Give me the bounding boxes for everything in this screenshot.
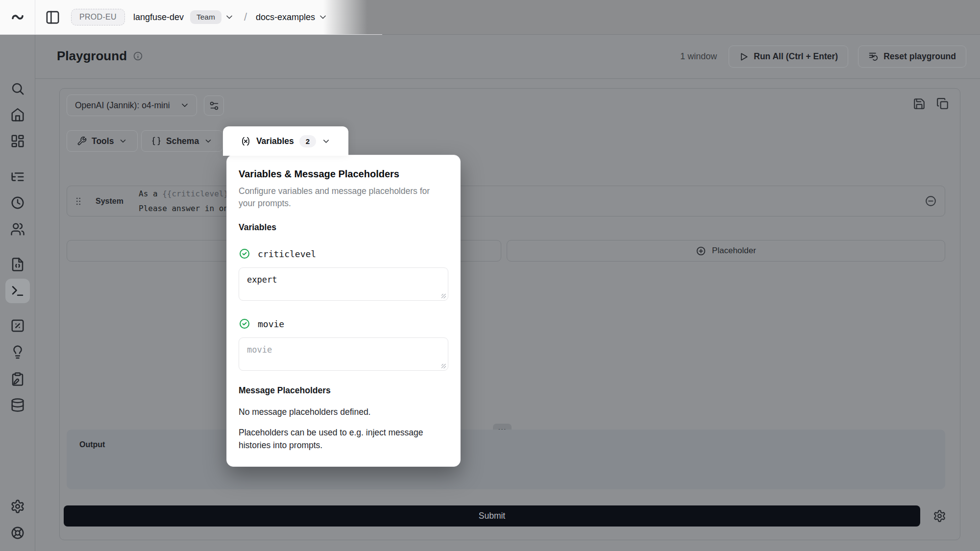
model-label: OpenAI (Jannik): o4-mini: [75, 100, 170, 111]
placeholders-help-text: Placeholders can be used to e.g. inject …: [239, 426, 448, 452]
list-tree-icon[interactable]: [10, 169, 25, 184]
life-buoy-icon[interactable]: [10, 526, 25, 540]
wrench-icon: [77, 136, 87, 146]
schema-label: Schema: [166, 136, 199, 146]
model-select-button[interactable]: OpenAI (Jannik): o4-mini: [67, 95, 197, 116]
reset-playground-button[interactable]: Reset playground: [858, 46, 966, 68]
submit-button[interactable]: Submit: [64, 505, 920, 527]
sidebar-toggle-button[interactable]: [45, 10, 60, 25]
clock-icon[interactable]: [10, 195, 25, 210]
percent-square-icon[interactable]: [10, 318, 25, 333]
breadcrumb: PROD-EU langfuse-dev Team / docs-example…: [0, 0, 382, 35]
variable-row: movie: [239, 318, 448, 330]
org-name[interactable]: langfuse-dev: [133, 12, 184, 23]
chevron-down-icon: [204, 137, 213, 145]
page-title-text: Playground: [57, 48, 127, 64]
variables-label: Variables: [256, 136, 294, 146]
variables-dropdown-button[interactable]: Variables 2: [241, 135, 331, 147]
chevron-down-icon: [119, 137, 127, 145]
placeholders-heading: Message Placeholders: [239, 385, 448, 396]
circle-check-icon: [239, 318, 250, 330]
system-message-row: System As a {{criticlevel}} Please answe…: [67, 186, 945, 216]
popover-description: Configure variables and message placehol…: [239, 185, 448, 210]
chevron-down-icon: [318, 12, 328, 22]
variable-name: criticlevel: [258, 249, 316, 259]
settings-gear-icon[interactable]: [10, 499, 25, 514]
playground-page: PROD-EU langfuse-dev Team / docs-example…: [0, 0, 980, 551]
submit-settings-button[interactable]: [933, 509, 946, 523]
variables-count-badge: 2: [299, 135, 316, 147]
schema-dropdown-button[interactable]: Schema: [141, 130, 223, 152]
database-icon[interactable]: [10, 398, 25, 412]
breadcrumb-separator: /: [244, 11, 247, 24]
variable-row: criticlevel: [239, 248, 448, 260]
variable-name: movie: [258, 319, 284, 329]
variables-popover: Variables & Message Placeholders Configu…: [226, 155, 461, 467]
output-label: Output: [79, 440, 105, 449]
list-restart-icon: [868, 51, 879, 62]
dashboard-grid-icon[interactable]: [10, 134, 25, 148]
window-actions: [913, 97, 949, 110]
play-icon: [739, 52, 749, 62]
save-icon[interactable]: [913, 97, 926, 110]
variable-value-input[interactable]: [239, 337, 448, 371]
submit-row: Submit: [64, 505, 946, 527]
panel-left-icon: [45, 10, 60, 25]
tools-dropdown-button[interactable]: Tools: [67, 130, 138, 152]
gear-icon: [933, 509, 946, 523]
variable-value-input[interactable]: expert: [239, 267, 448, 301]
output-panel: Output: [67, 430, 945, 489]
variables-button-anchor: Variables 2: [223, 126, 348, 156]
variable-input-wrap: [239, 330, 448, 373]
environment-badge[interactable]: PROD-EU: [71, 9, 125, 25]
chevron-down-icon: [180, 100, 190, 110]
placeholder-button-label: Placeholder: [712, 246, 756, 256]
variables-heading: Variables: [239, 222, 448, 233]
info-icon[interactable]: [133, 51, 143, 61]
lightbulb-icon[interactable]: [10, 345, 25, 359]
variable-fx-icon: [241, 136, 251, 146]
topbar: PROD-EU langfuse-dev Team / docs-example…: [0, 0, 980, 35]
sidebar: [0, 35, 35, 551]
system-message-content[interactable]: As a {{criticlevel}} Please answer in on: [139, 187, 233, 216]
system-text-line2: Please answer in on: [139, 201, 233, 216]
circle-plus-icon: [696, 246, 706, 256]
org-role-badge: Team: [190, 10, 221, 24]
terminal-icon[interactable]: [10, 284, 25, 298]
sliders-icon: [209, 100, 220, 111]
project-menu-button[interactable]: [318, 12, 328, 22]
users-icon[interactable]: [10, 222, 25, 237]
add-placeholder-button[interactable]: Placeholder: [507, 240, 945, 262]
file-code-icon[interactable]: [10, 257, 25, 272]
drag-handle-icon[interactable]: [73, 196, 84, 207]
chevron-down-icon: [321, 137, 331, 146]
braces-icon: [151, 136, 161, 146]
tools-label: Tools: [92, 136, 114, 146]
copy-icon[interactable]: [936, 97, 949, 110]
placeholders-empty-text: No message placeholders defined.: [239, 407, 448, 417]
org-menu-button[interactable]: [224, 12, 234, 22]
run-all-label: Run All (Ctrl + Enter): [754, 51, 838, 62]
header-actions: 1 window Run All (Ctrl + Enter) Reset pl…: [680, 46, 966, 68]
reset-label: Reset playground: [883, 51, 956, 62]
project-name[interactable]: docs-examples: [256, 12, 315, 23]
page-title: Playground: [57, 48, 143, 64]
chevron-down-icon: [224, 12, 234, 22]
system-variable-token: {{criticlevel}}: [162, 189, 233, 198]
playground-window: OpenAI (Jannik): o4-mini Tools Schema Sy…: [59, 88, 960, 540]
clipboard-pen-icon[interactable]: [10, 372, 25, 386]
window-count: 1 window: [680, 51, 717, 62]
run-all-button[interactable]: Run All (Ctrl + Enter): [729, 46, 848, 68]
system-text: As a: [139, 189, 162, 198]
message-role-label[interactable]: System: [96, 197, 139, 206]
circle-minus-icon: [925, 195, 937, 207]
remove-message-button[interactable]: [925, 195, 937, 207]
langfuse-logo[interactable]: [0, 0, 35, 34]
page-header: Playground 1 window Run All (Ctrl + Ente…: [35, 35, 980, 79]
search-icon[interactable]: [10, 81, 25, 96]
home-icon[interactable]: [10, 107, 25, 122]
popover-title: Variables & Message Placeholders: [239, 168, 448, 180]
variable-input-wrap: expert: [239, 260, 448, 303]
model-settings-button[interactable]: [204, 96, 224, 116]
circle-check-icon: [239, 248, 250, 260]
